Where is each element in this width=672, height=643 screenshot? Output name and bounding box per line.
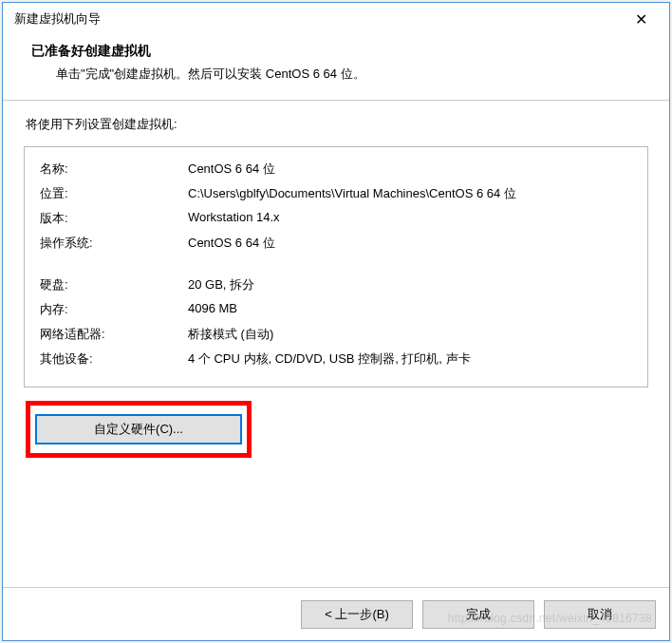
settings-val: CentOS 6 64 位 xyxy=(188,235,632,252)
settings-row: 位置: C:\Users\gblfy\Documents\Virtual Mac… xyxy=(40,181,632,206)
settings-key: 版本: xyxy=(40,210,188,227)
summary-intro: 将使用下列设置创建虚拟机: xyxy=(26,116,648,133)
header-title: 已准备好创建虚拟机 xyxy=(31,43,654,60)
settings-row: 内存: 4096 MB xyxy=(40,297,632,322)
settings-row: 操作系统: CentOS 6 64 位 xyxy=(40,231,632,255)
customize-hardware-button[interactable]: 自定义硬件(C)... xyxy=(36,415,241,444)
settings-key: 其他设备: xyxy=(40,350,188,368)
cancel-button[interactable]: 取消 xyxy=(544,600,656,629)
header-subtitle: 单击"完成"创建虚拟机。然后可以安装 CentOS 6 64 位。 xyxy=(56,66,654,83)
settings-row: 名称: CentOS 6 64 位 xyxy=(40,157,632,181)
wizard-dialog: 新建虚拟机向导 ✕ 已准备好创建虚拟机 单击"完成"创建虚拟机。然后可以安装 C… xyxy=(2,2,670,641)
settings-key: 网络适配器: xyxy=(40,326,188,343)
settings-key: 位置: xyxy=(40,185,188,202)
settings-val: C:\Users\gblfy\Documents\Virtual Machine… xyxy=(188,185,632,202)
titlebar: 新建虚拟机向导 ✕ xyxy=(3,3,669,35)
gap xyxy=(40,255,632,273)
content-area: 将使用下列设置创建虚拟机: 名称: CentOS 6 64 位 位置: C:\U… xyxy=(3,101,669,458)
settings-val: 20 GB, 拆分 xyxy=(188,276,632,293)
settings-val: Workstation 14.x xyxy=(188,210,632,227)
finish-button[interactable]: 完成 xyxy=(422,600,534,629)
settings-val: 桥接模式 (自动) xyxy=(188,326,632,343)
header-section: 已准备好创建虚拟机 单击"完成"创建虚拟机。然后可以安装 CentOS 6 64… xyxy=(3,35,669,100)
settings-val: 4096 MB xyxy=(188,301,632,318)
settings-row: 硬盘: 20 GB, 拆分 xyxy=(40,273,632,297)
settings-row: 其他设备: 4 个 CPU 内核, CD/DVD, USB 控制器, 打印机, … xyxy=(40,347,632,371)
highlight-box: 自定义硬件(C)... xyxy=(26,401,252,458)
settings-key: 内存: xyxy=(40,301,188,318)
settings-row: 版本: Workstation 14.x xyxy=(40,206,632,231)
footer: < 上一步(B) 完成 取消 xyxy=(3,587,669,640)
settings-key: 硬盘: xyxy=(40,276,188,293)
settings-val: 4 个 CPU 内核, CD/DVD, USB 控制器, 打印机, 声卡 xyxy=(188,350,632,368)
settings-val: CentOS 6 64 位 xyxy=(188,161,632,178)
close-icon[interactable]: ✕ xyxy=(622,10,660,28)
back-button[interactable]: < 上一步(B) xyxy=(301,600,413,629)
settings-key: 操作系统: xyxy=(40,235,188,252)
window-title: 新建虚拟机向导 xyxy=(14,10,101,28)
settings-box: 名称: CentOS 6 64 位 位置: C:\Users\gblfy\Doc… xyxy=(24,146,648,388)
settings-row: 网络适配器: 桥接模式 (自动) xyxy=(40,322,632,347)
settings-key: 名称: xyxy=(40,161,188,178)
